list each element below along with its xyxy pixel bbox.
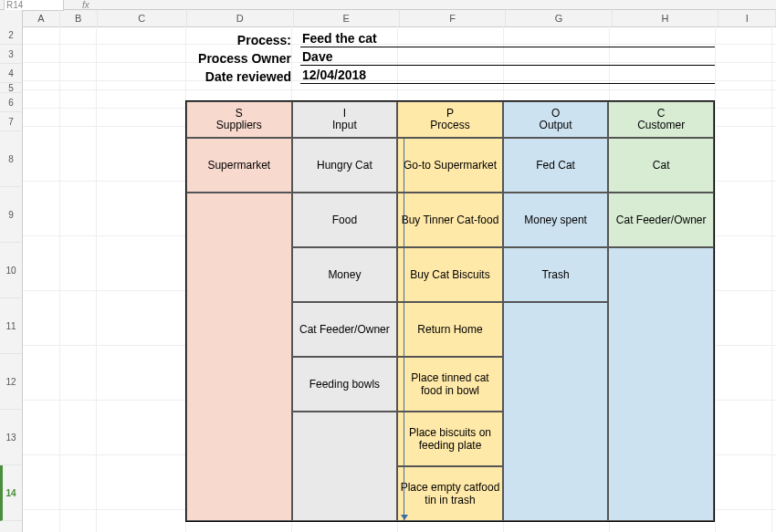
- fx-icon: fx: [82, 0, 89, 10]
- cell-s-0[interactable]: Supermarket: [186, 138, 292, 193]
- row-headers: 234567891011121314: [0, 26, 23, 532]
- meta-process-label: Process:: [185, 33, 300, 47]
- sipoc-table: S Suppliers I Input P Process O Output: [185, 100, 715, 522]
- row-header-3[interactable]: 3: [0, 45, 22, 64]
- name-box[interactable]: R14: [4, 0, 64, 11]
- meta-date-value[interactable]: 12/04/2018: [300, 68, 715, 84]
- column-header-E[interactable]: E: [294, 10, 400, 26]
- row-header-8[interactable]: 8: [0, 131, 22, 187]
- sipoc-content: Process: Feed the cat Process Owner Dave…: [185, 29, 715, 522]
- cell-p-5[interactable]: Place biscuits on feeding plate: [397, 412, 503, 466]
- process-arrow-line: [404, 193, 404, 246]
- meta-owner-value[interactable]: Dave: [300, 49, 715, 66]
- process-arrow-line: [404, 139, 404, 192]
- column-header-A[interactable]: A: [23, 10, 60, 26]
- cell-o-merged[interactable]: [503, 302, 609, 521]
- meta-process-value[interactable]: Feed the cat: [300, 31, 715, 47]
- row-header-10[interactable]: 10: [0, 243, 22, 298]
- cell-p-1[interactable]: Buy Tinner Cat-food: [397, 193, 503, 247]
- column-header-B[interactable]: B: [60, 10, 98, 26]
- row-header-7[interactable]: 7: [0, 112, 22, 131]
- select-all-corner[interactable]: [0, 10, 23, 26]
- column-header-H[interactable]: H: [613, 10, 718, 26]
- cell-c-merged[interactable]: [608, 247, 714, 521]
- column-header-D[interactable]: D: [187, 10, 293, 26]
- cell-i-2[interactable]: Money: [292, 247, 398, 302]
- cell-o-2[interactable]: Trash: [503, 247, 609, 302]
- row-header-6[interactable]: 6: [0, 93, 22, 112]
- cell-o-1[interactable]: Money spent: [503, 193, 609, 247]
- cell-s-merged[interactable]: [186, 193, 292, 521]
- spreadsheet-chrome: R14 fx ABCDEFGHI 234567891011121314 Proc…: [0, 0, 776, 532]
- cell-p-2[interactable]: Buy Cat Biscuits: [397, 247, 503, 302]
- row-header-14[interactable]: 14: [0, 465, 22, 521]
- process-arrow-line: [404, 412, 404, 465]
- sipoc-header-input: I Input: [292, 101, 398, 138]
- row-header-13[interactable]: 13: [0, 410, 22, 465]
- cell-i-0[interactable]: Hungry Cat: [292, 138, 398, 193]
- row-header-9[interactable]: 9: [0, 187, 22, 243]
- process-arrow-line: [404, 467, 404, 520]
- column-header-C[interactable]: C: [98, 10, 188, 26]
- sipoc-header-output: O Output: [503, 101, 609, 138]
- row-header-2[interactable]: 2: [0, 26, 22, 45]
- cell-p-3[interactable]: Return Home: [397, 302, 503, 357]
- cell-i-4[interactable]: Feeding bowls: [292, 357, 398, 412]
- cell-i-merged[interactable]: [292, 412, 398, 521]
- meta-date-label: Date reviewed: [185, 69, 300, 84]
- cell-o-0[interactable]: Fed Cat: [503, 138, 609, 193]
- process-arrow-head-icon: [401, 515, 408, 520]
- cell-c-0[interactable]: Cat: [608, 138, 714, 193]
- column-header-G[interactable]: G: [506, 10, 612, 26]
- cell-p-6[interactable]: Place empty catfood tin in trash: [397, 466, 503, 521]
- column-header-I[interactable]: I: [718, 10, 776, 26]
- row-header-12[interactable]: 12: [0, 354, 22, 410]
- cell-i-3[interactable]: Cat Feeder/Owner: [292, 302, 398, 357]
- row-header-5[interactable]: 5: [0, 83, 22, 93]
- meta-owner-label: Process Owner: [185, 51, 300, 66]
- sipoc-header-process: P Process: [397, 101, 503, 138]
- row-header-11[interactable]: 11: [0, 298, 22, 354]
- cell-p-4[interactable]: Place tinned cat food in bowl: [397, 357, 503, 412]
- cell-area[interactable]: Process: Feed the cat Process Owner Dave…: [23, 26, 776, 532]
- process-arrow-line: [404, 248, 404, 301]
- cell-p-0[interactable]: Go-to Supermarket: [397, 138, 503, 193]
- process-arrow-line: [404, 358, 404, 411]
- cell-i-1[interactable]: Food: [292, 193, 398, 247]
- process-arrow-line: [404, 303, 404, 356]
- sipoc-header-customer: C Customer: [608, 101, 714, 138]
- formula-bar: R14 fx: [0, 0, 776, 10]
- column-header-F[interactable]: F: [400, 10, 506, 26]
- cell-c-1[interactable]: Cat Feeder/Owner: [608, 193, 714, 247]
- sipoc-header-suppliers: S Suppliers: [186, 101, 292, 138]
- row-header-4[interactable]: 4: [0, 64, 22, 83]
